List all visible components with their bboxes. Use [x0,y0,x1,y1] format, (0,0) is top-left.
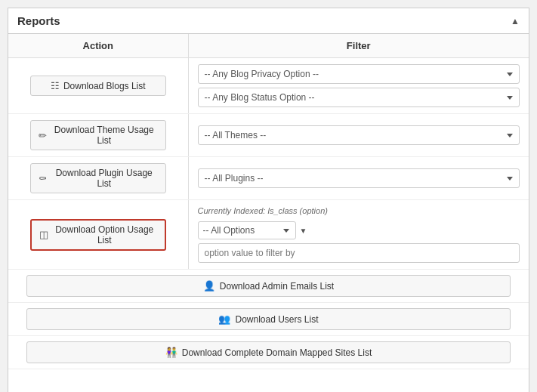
admin-emails-label: Download Admin Emails List [220,281,334,292]
col-header-filter: Filter [188,34,529,58]
users-label: Download Users List [235,314,318,325]
filter-cell-option: Currently Indexed: ls_class (option) -- … [188,200,529,270]
indexed-text: Currently Indexed: ls_class (option) [198,206,520,215]
filter-cell-blogs: -- Any Blog Privacy Option -- -- Any Blo… [188,58,529,114]
download-admin-emails-button[interactable]: 👤 Download Admin Emails List [26,275,511,297]
plugin-select[interactable]: -- All Plugins -- [198,168,520,188]
filter-cell-plugin: -- All Plugins -- [188,157,529,200]
download-theme-button[interactable]: ✏ Download Theme Usage List [30,120,166,150]
domain-label: Download Complete Domain Mapped Sites Li… [182,347,372,358]
table-row: 👤 Download Admin Emails List [8,270,529,303]
full-cell-users: 👥 Download Users List [8,303,529,336]
table-row: 👫 Download Complete Domain Mapped Sites … [8,336,529,369]
full-cell-domain: 👫 Download Complete Domain Mapped Sites … [8,336,529,369]
action-cell-theme: ✏ Download Theme Usage List [8,114,188,157]
table-row: ☷ Download Blogs List -- Any Blog Privac… [8,58,529,114]
action-cell-blogs: ☷ Download Blogs List [8,58,188,114]
action-cell-option: ◫ Download Option Usage List [8,200,188,270]
download-option-button[interactable]: ◫ Download Option Usage List [30,219,166,251]
table-row: ⚰ Download Plugin Usage List -- All Plug… [8,157,529,200]
reports-panel: Reports ▲ Action Filter ☷ Download Blogs… [8,8,529,392]
col-header-action: Action [8,34,188,58]
blogs-filter-stack: -- Any Blog Privacy Option -- -- Any Blo… [198,64,520,107]
plugin-icon: ⚰ [39,173,47,184]
panel-header: Reports ▲ [8,8,529,34]
download-domain-button[interactable]: 👫 Download Complete Domain Mapped Sites … [26,341,511,363]
option-icon: ◫ [39,229,48,240]
blog-status-select[interactable]: -- Any Blog Status Option -- [198,88,520,107]
full-cell-admin-emails: 👤 Download Admin Emails List [8,270,529,303]
all-options-select[interactable]: -- All Options [198,221,296,239]
blog-privacy-select[interactable]: -- Any Blog Privacy Option -- [198,64,520,84]
panel-title: Reports [17,14,60,27]
theme-btn-label: Download Theme Usage List [51,125,158,146]
table-row: ✏ Download Theme Usage List -- All Theme… [8,114,529,157]
download-blogs-button[interactable]: ☷ Download Blogs List [30,76,166,96]
panel-toggle-icon[interactable]: ▲ [511,16,520,26]
option-value-input[interactable] [198,243,520,263]
persons-icon: 👥 [218,313,230,325]
network-icon: 👫 [165,347,177,358]
download-plugin-button[interactable]: ⚰ Download Plugin Usage List [30,163,166,193]
table-row: ◫ Download Option Usage List Currently I… [8,200,529,270]
option-filter-stack: Currently Indexed: ls_class (option) -- … [198,206,520,263]
reports-table: Action Filter ☷ Download Blogs List [8,34,529,369]
filter-cell-theme: -- All Themes -- [188,114,529,157]
action-cell-plugin: ⚰ Download Plugin Usage List [8,157,188,200]
person-icon: 👤 [203,280,215,292]
plugin-btn-label: Download Plugin Usage List [51,168,158,189]
brush-icon: ✏ [39,130,47,141]
dropdown-arrow-icon: ▼ [300,227,307,235]
table-header-row: Action Filter [8,34,529,58]
table-container: Action Filter ☷ Download Blogs List [8,34,529,369]
option-btn-label: Download Option Usage List [52,224,157,245]
download-users-button[interactable]: 👥 Download Users List [26,308,511,330]
table-row: 👥 Download Users List [8,303,529,336]
grid-icon: ☷ [51,80,60,91]
option-row: -- All Options ▼ [198,221,520,239]
blogs-btn-label: Download Blogs List [63,81,146,91]
theme-select[interactable]: -- All Themes -- [198,125,520,145]
